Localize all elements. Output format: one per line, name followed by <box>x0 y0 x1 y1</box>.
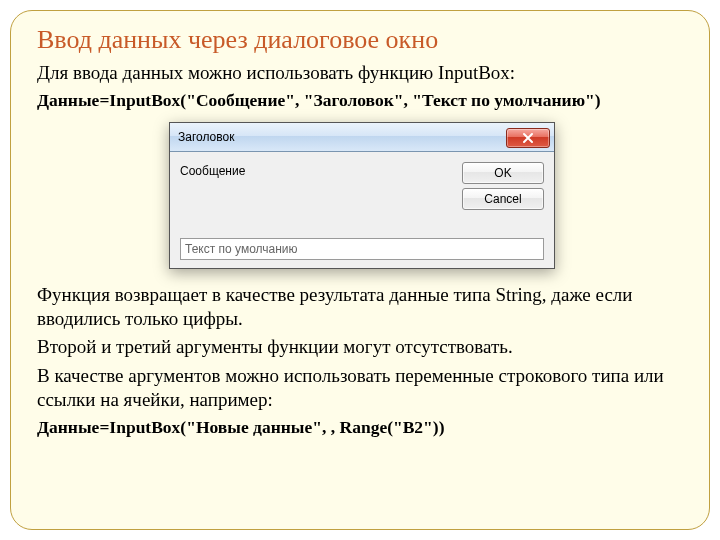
code-line-1: Данные=InputBox("Сообщение", "Заголовок"… <box>37 89 689 111</box>
dialog-message: Сообщение <box>180 162 450 178</box>
slide-title: Ввод данных через диалоговое окно <box>37 25 689 55</box>
dialog-titlebar: Заголовок <box>170 123 554 152</box>
paragraph-2: Функция возвращает в качестве результата… <box>37 283 689 332</box>
paragraph-3: Второй и третий аргументы функции могут … <box>37 335 689 359</box>
close-button[interactable] <box>506 128 550 148</box>
ok-button[interactable]: OK <box>462 162 544 184</box>
slide: Ввод данных через диалоговое окно Для вв… <box>10 10 710 530</box>
code-line-2: Данные=InputBox("Новые данные", , Range(… <box>37 416 689 438</box>
dialog-title-text: Заголовок <box>178 130 234 144</box>
paragraph-1: Для ввода данных можно использовать функ… <box>37 61 689 85</box>
dialog-body: Сообщение OK Cancel <box>170 152 554 268</box>
paragraph-4: В качестве аргументов можно использовать… <box>37 364 689 413</box>
inputbox-dialog: Заголовок Сообщение OK Cancel <box>169 122 555 269</box>
input-field[interactable] <box>180 238 544 260</box>
close-icon <box>522 132 534 144</box>
cancel-button[interactable]: Cancel <box>462 188 544 210</box>
dialog-screenshot: Заголовок Сообщение OK Cancel <box>35 122 689 269</box>
